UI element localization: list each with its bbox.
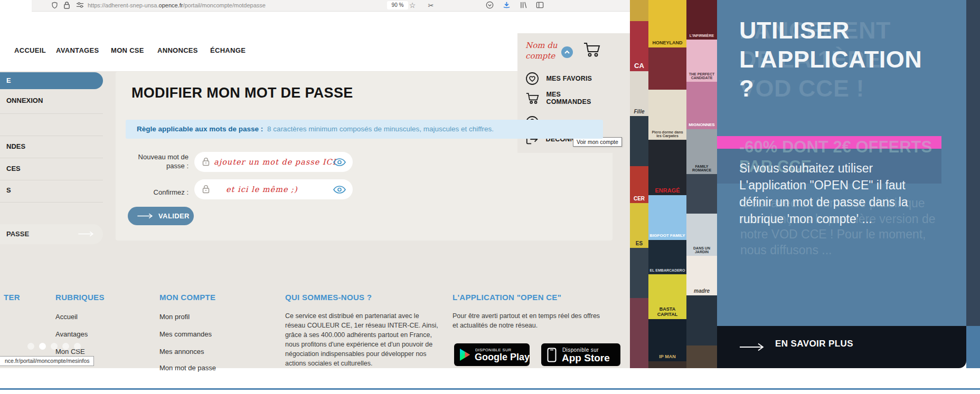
pocket-icon[interactable] <box>486 1 495 10</box>
movie-poster: FAMILY ROMANCE <box>686 129 717 174</box>
sidebar-divider <box>0 202 103 203</box>
lock-icon[interactable] <box>63 1 73 10</box>
confirm-password-label: Confirmez : <box>125 188 189 197</box>
footer-rubriques-title: RUBRIQUES <box>55 293 105 302</box>
carousel-dot[interactable] <box>51 343 58 350</box>
library-icon[interactable] <box>520 1 529 10</box>
sidebar-divider <box>0 158 103 158</box>
show-password-eye-icon[interactable] <box>333 186 346 194</box>
nav-echange[interactable]: ÉCHANGE <box>210 46 246 54</box>
right-edge-strip-top <box>966 0 980 326</box>
confirm-password-input[interactable]: et ici le même ;) <box>194 179 353 199</box>
footer-qui-text: réseau COULEUR CE, 1er réseau INTER-CE. … <box>285 321 438 330</box>
app-store-badge[interactable]: Disponible sur App Store <box>541 343 620 366</box>
poster-column: CA Fille CER ES <box>630 0 648 368</box>
menu-item-label: MES FAVORIS <box>546 75 592 82</box>
promo-title: UTILISER L'APPLICATION ? <box>739 16 922 103</box>
sidebar-item-commandes[interactable]: NDES <box>6 142 25 150</box>
footer-link-accueil[interactable]: Accueil <box>55 313 78 321</box>
en-savoir-plus-button[interactable]: EN SAVOIR PLUS <box>717 326 966 368</box>
new-password-input[interactable]: ajouter un mot de passe ICI <box>194 152 353 172</box>
footer-app-title: L'APPLICATION "OPEN CE" <box>453 293 561 302</box>
carousel-dot[interactable] <box>27 343 34 350</box>
arrow-right-icon <box>137 213 154 219</box>
movie-poster <box>686 345 717 368</box>
zoom-level-badge[interactable]: 90 % <box>387 1 408 9</box>
menu-item-commandes[interactable]: MES COMMANDES <box>525 91 591 105</box>
movie-poster: L'INFIRMIÈRE <box>686 0 717 40</box>
footer-qui-text: grâce à ses 400.000 adhérents partout en… <box>285 330 432 340</box>
sidebar-item-favoris[interactable]: S <box>6 186 11 194</box>
sidebar-toggle-icon[interactable] <box>536 1 545 10</box>
sidebar-item-selected[interactable]: E <box>0 72 103 89</box>
screenshot-scissors-icon[interactable]: ✂ <box>426 1 436 10</box>
footer-link-mon-cse[interactable]: Mon CSE <box>55 348 85 355</box>
movie-poster: THE PERFECT CANDIDATE <box>686 40 717 82</box>
footer-app-text: et actualités de notre réseau. <box>453 321 538 330</box>
movie-poster <box>630 116 648 166</box>
rule-label: Règle applicable aux mots de passe : <box>137 125 263 133</box>
sidebar-password-label: PASSE <box>6 224 29 244</box>
heart-icon <box>525 72 539 85</box>
bookmark-star-icon[interactable]: ☆ <box>408 1 417 10</box>
new-password-label: Nouveau mot de passe : <box>125 152 189 170</box>
sidebar-password-button[interactable]: PASSE <box>0 224 103 244</box>
account-name[interactable]: Nom du compte <box>525 40 562 61</box>
status-link-preview: nce.fr/portail/moncompte/mesinfos <box>0 356 94 366</box>
footer-newsletter-fragment: TER <box>4 293 20 302</box>
movie-poster: ES <box>630 203 648 248</box>
arrow-right-icon <box>78 231 95 237</box>
movie-poster <box>648 361 686 368</box>
nav-accueil[interactable]: ACCUEIL <box>14 46 46 54</box>
rule-text: 8 caractères minimum composés de minuscu… <box>267 125 494 133</box>
carousel-dot[interactable] <box>74 343 81 350</box>
google-play-badge[interactable]: DISPONIBLE SUR Google Play <box>454 343 530 366</box>
nav-annonces[interactable]: ANNONCES <box>157 46 198 54</box>
footer-link-mes-annonces[interactable]: Mes annonces <box>159 348 204 355</box>
sidebar-divider <box>0 180 103 180</box>
footer-link-mes-commandes[interactable]: Mes commandes <box>159 330 212 338</box>
arrow-right-icon <box>739 343 765 351</box>
footer-qui-text: nous profitons d'une expérience et d'un … <box>285 340 432 349</box>
cart-small-icon <box>525 91 540 105</box>
footer-link-avantages[interactable]: Avantages <box>55 330 88 338</box>
footer-qui-text: actions sociales et culturelles. <box>285 359 372 368</box>
footer-link-mon-mot-de-passe[interactable]: Mon mot de passe <box>159 364 216 372</box>
shield-icon[interactable] <box>51 1 60 10</box>
movie-poster: CER <box>630 166 648 203</box>
nav-mon-cse[interactable]: MON CSE <box>111 46 144 54</box>
url-domain: opence.fr <box>159 2 183 8</box>
sidebar-item-connexion[interactable]: ONNEXION <box>6 97 43 104</box>
permissions-icon[interactable] <box>76 1 86 10</box>
movie-poster <box>630 248 648 298</box>
footer-link-mon-profil[interactable]: Mon profil <box>159 313 190 321</box>
lock-icon <box>202 157 210 166</box>
valider-button[interactable]: VALIDER <box>128 207 194 225</box>
movie-poster <box>686 174 717 214</box>
promo-body-text: Si vous souhaitez utiliser L'application… <box>739 160 908 227</box>
nav-avantages[interactable]: AVANTAGES <box>56 46 99 54</box>
carousel-dot-active[interactable] <box>39 343 46 350</box>
show-password-eye-icon[interactable] <box>333 158 346 166</box>
menu-item-label: MES <box>546 91 591 98</box>
lock-icon <box>202 185 210 194</box>
menu-item-favoris[interactable]: MES FAVORIS <box>525 72 592 85</box>
carousel-dot[interactable] <box>62 343 69 350</box>
new-password-placeholder: ajouter un mot de passe ICI <box>214 152 336 172</box>
download-icon[interactable] <box>503 1 512 10</box>
app-store-phone-icon <box>547 348 557 362</box>
movie-poster: Fille <box>630 71 648 116</box>
confirm-password-placeholder: et ici le même ;) <box>226 179 298 199</box>
sidebar-item-annonces[interactable]: CES <box>6 165 21 172</box>
cart-icon[interactable] <box>582 41 601 58</box>
chevron-up-icon[interactable] <box>561 46 573 58</box>
movie-poster: MIGNONNES <box>686 82 717 129</box>
movie-poster: BASTA CAPITAL <box>648 274 686 319</box>
url-scheme-host: https://adherent-snep-unsa. <box>88 2 159 8</box>
url-field[interactable]: https://adherent-snep-unsa.opence.fr/por… <box>88 0 266 11</box>
promo-slide-panel: LANCEMENT DE LA 1ÈRE VOD CCE ! UTILISER … <box>717 0 966 326</box>
en-savoir-plus-label: EN SAVOIR PLUS <box>775 339 853 349</box>
movie-poster <box>630 298 648 368</box>
footer-qui-text: négociation indispensables pour développ… <box>285 349 427 359</box>
movie-poster: Piero dorme dans les Carpates <box>648 90 686 140</box>
